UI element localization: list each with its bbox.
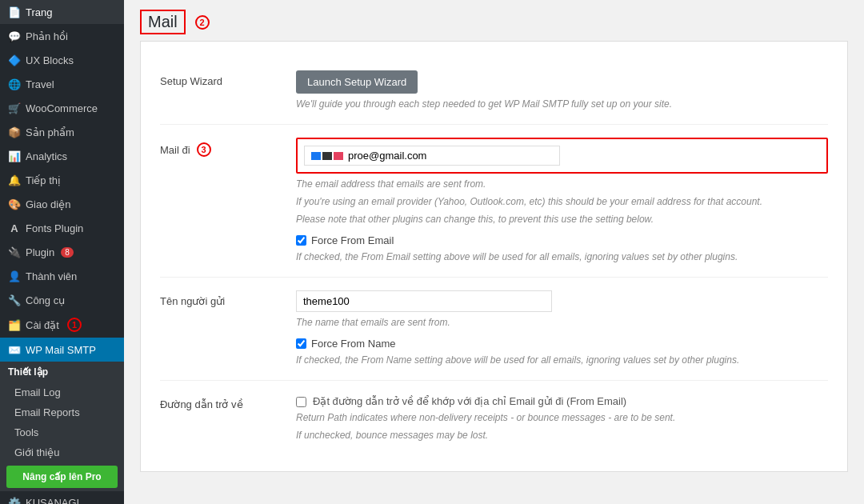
return-path-help1: Return Path indicates where non-delivery… (296, 410, 828, 425)
submenu-email-log[interactable]: Email Log (0, 382, 124, 402)
plugin-badge: 8 (61, 247, 74, 258)
content-area: Setup Wizard Launch Setup Wizard We'll g… (140, 41, 848, 472)
return-path-field: Đặt đường dẫn trở về để khớp với địa chỉ… (296, 394, 828, 442)
comment-icon: 💬 (8, 30, 21, 42)
sidebar: 📄 Trang 💬 Phản hồi 🔷 UX Blocks 🌐 Travel … (0, 0, 124, 504)
sender-name-label: Tên người gửi (160, 290, 280, 307)
sender-name-input[interactable] (296, 290, 552, 312)
sidebar-item-phan-hoi[interactable]: 💬 Phản hồi (0, 24, 124, 48)
tools-icon: 🔧 (8, 294, 21, 306)
blocks-icon: 🔷 (8, 54, 21, 66)
sidebar-item-fonts-plugin[interactable]: A Fonts Plugin (0, 216, 124, 240)
annotation-1: 1 (67, 318, 82, 332)
force-from-name-label: Force From Name (311, 338, 395, 350)
font-icon: A (8, 222, 21, 234)
product-icon: 📦 (8, 126, 21, 138)
submenu: Thiết lập Email Log Email Reports Tools … (0, 362, 124, 491)
submenu-email-reports[interactable]: Email Reports (0, 402, 124, 422)
mail-from-help1: The email address that emails are sent f… (296, 177, 828, 191)
color-red (334, 152, 343, 160)
sender-name-field: The name that emails are sent from. Forc… (296, 290, 828, 367)
color-strip (311, 152, 343, 160)
force-from-email-help: If checked, the From Email setting above… (296, 250, 828, 264)
page-header: Mail 2 (124, 0, 864, 41)
mail-from-help3: Please note that other plugins can chang… (296, 212, 828, 226)
main-content: Mail 2 Setup Wizard Launch Setup Wizard … (124, 0, 864, 504)
sidebar-item-travel[interactable]: 🌐 Travel (0, 72, 124, 96)
setup-wizard-field: Launch Setup Wizard We'll guide you thro… (296, 70, 828, 111)
return-path-checkbox-row: Đặt đường dẫn trở về để khớp với địa chỉ… (296, 395, 828, 407)
kusanagi-icon: ⚙️ (8, 497, 21, 504)
return-path-label: Đường dẫn trở về (160, 394, 280, 410)
kusanagi-item[interactable]: ⚙️ KUSANAGI (0, 491, 124, 504)
sidebar-item-cong-cu[interactable]: 🔧 Công cụ (0, 288, 124, 312)
sidebar-item-san-pham[interactable]: 📦 Sản phẩm (0, 120, 124, 144)
color-dark (322, 152, 332, 160)
mail-from-box (296, 138, 828, 174)
setup-wizard-label: Setup Wizard (160, 70, 280, 87)
page-icon: 📄 (8, 6, 21, 18)
theme-icon: 🎨 (8, 198, 21, 210)
color-blue (311, 152, 321, 160)
settings-icon: 🗂️ (8, 318, 21, 331)
mail-from-label: Mail đi 3 (160, 138, 280, 157)
sidebar-item-plugin[interactable]: 🔌 Plugin 8 (0, 240, 124, 264)
return-path-row: Đường dẫn trở về Đặt đường dẫn trở về để… (160, 381, 828, 455)
force-from-name-row: Force From Name (296, 338, 828, 350)
submenu-title: Thiết lập (0, 362, 124, 382)
sender-name-row: Tên người gửi The name that emails are s… (160, 278, 828, 381)
return-path-help2: If unchecked, bounce messages may be los… (296, 428, 828, 442)
setup-wizard-row: Setup Wizard Launch Setup Wizard We'll g… (160, 58, 828, 125)
sender-name-help: The name that emails are sent from. (296, 315, 828, 330)
mail-from-row: Mail đi 3 The email address that emails … (160, 125, 828, 278)
force-from-name-checkbox[interactable] (296, 338, 306, 349)
force-from-email-checkbox[interactable] (296, 235, 306, 246)
return-path-checkbox[interactable] (296, 397, 306, 407)
annotation-2: 2 (195, 15, 210, 30)
plugin-icon: 🔌 (8, 246, 21, 258)
launch-setup-wizard-button[interactable]: Launch Setup Wizard (296, 70, 418, 94)
mail-from-help2: If you're using an email provider (Yahoo… (296, 194, 828, 209)
page-title: Mail (140, 10, 186, 34)
sidebar-item-thanh-vien[interactable]: 👤 Thành viên (0, 264, 124, 288)
marketing-icon: 🔔 (8, 174, 21, 186)
sidebar-item-wp-mail-smtp[interactable]: ✉️ WP Mail SMTP (0, 338, 124, 362)
sidebar-item-cai-dat[interactable]: 🗂️ Cài đặt 1 (0, 312, 124, 338)
upgrade-button[interactable]: Nâng cấp lên Pro (6, 466, 118, 488)
force-from-email-row: Force From Email (296, 234, 828, 246)
sidebar-item-analytics[interactable]: 📊 Analytics (0, 144, 124, 168)
sidebar-item-woocommerce[interactable]: 🛒 WooCommerce (0, 96, 124, 120)
sidebar-item-tiep-thi[interactable]: 🔔 Tiếp thị (0, 168, 124, 192)
mail-icon: ✉️ (8, 343, 21, 356)
force-from-name-help: If checked, the From Name setting above … (296, 353, 828, 367)
analytics-icon: 📊 (8, 150, 21, 162)
force-from-email-label: Force From Email (311, 234, 394, 246)
annotation-3: 3 (197, 142, 211, 157)
submenu-tools[interactable]: Tools (0, 422, 124, 442)
setup-wizard-help: We'll guide you through each step needed… (296, 97, 828, 111)
sidebar-item-ux-blocks[interactable]: 🔷 UX Blocks (0, 48, 124, 72)
return-path-checkbox-label: Đặt đường dẫn trở về để khớp với địa chỉ… (313, 395, 626, 407)
mail-from-input-wrapper (304, 146, 560, 166)
sidebar-item-trang[interactable]: 📄 Trang (0, 0, 124, 24)
travel-icon: 🌐 (8, 78, 21, 90)
mail-from-input[interactable] (343, 150, 553, 162)
submenu-gioi-thieu[interactable]: Giới thiệu (0, 442, 124, 462)
woo-icon: 🛒 (8, 102, 21, 114)
sidebar-item-giao-dien[interactable]: 🎨 Giao diện (0, 192, 124, 216)
users-icon: 👤 (8, 270, 21, 282)
mail-from-field: The email address that emails are sent f… (296, 138, 828, 264)
